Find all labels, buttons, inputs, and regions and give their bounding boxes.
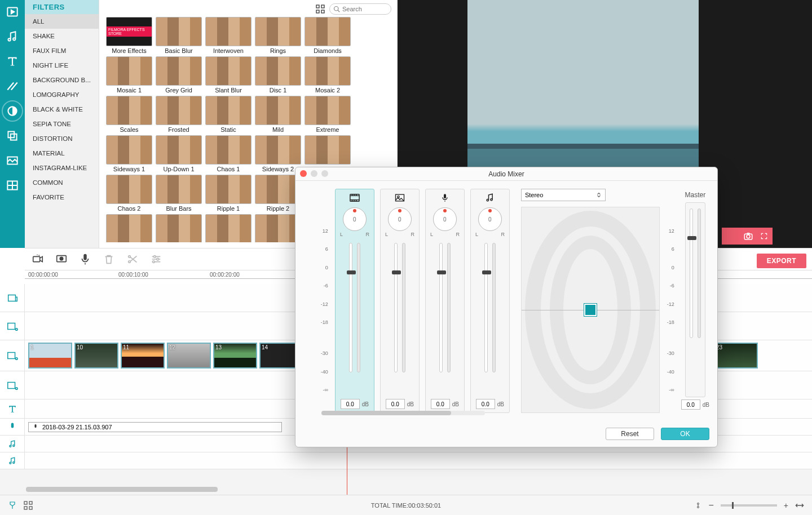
filter-item[interactable]: Diamonds [304,17,351,54]
sidebar-item[interactable]: SHAKE [25,29,99,43]
sidebar-item[interactable]: LOMOGRAPHY [25,87,99,102]
channel-db-input[interactable] [476,399,495,409]
filter-item[interactable]: Ripple 2 [255,175,301,212]
master-slider[interactable] [690,208,693,338]
filter-item[interactable]: Chaos 2 [106,175,152,212]
filter-item[interactable]: Slant Blur [205,56,251,94]
pan-knob[interactable]: 0 [343,207,367,231]
ok-button[interactable]: OK [661,428,709,440]
window-max-icon[interactable] [321,170,328,177]
volume-slider[interactable] [394,243,398,372]
timeline-clip[interactable]: 12 [167,343,211,369]
volume-slider[interactable] [484,243,488,372]
sidebar-item[interactable]: INSTAGRAM-LIKE [25,161,99,175]
pan-knob[interactable]: 0 [478,207,502,231]
filter-item[interactable]: Sideways 2 [255,135,301,172]
window-min-icon[interactable] [311,170,317,177]
sidebar-item[interactable]: COMMON [25,175,99,190]
pan-mode-select[interactable]: Stereo [521,189,606,201]
filter-item[interactable]: September [205,214,251,242]
sidebar-item[interactable]: NIGHT LIFE [25,58,99,73]
filter-item[interactable]: Up-Down 1 [156,135,202,172]
timeline-scrollbar[interactable] [26,487,809,492]
track-text-icon[interactable] [0,399,25,418]
channel-db-input[interactable] [431,399,450,409]
filter-item[interactable]: FILMORA EFFECTS STOREMore Effects [106,17,152,54]
filter-item[interactable]: Extreme [304,96,351,133]
master-db-input[interactable] [681,399,700,410]
filter-item[interactable]: Sideways 1 [106,135,152,172]
track-mic-icon[interactable] [0,419,25,435]
sidebar-item[interactable]: SEPIA TONE [25,117,99,131]
track-overlay-icon[interactable] [0,371,25,399]
filter-item[interactable]: Holiday [106,214,152,242]
filter-item[interactable]: Chaos 1 [205,135,251,172]
split-icon[interactable] [126,253,139,265]
mixer-channel[interactable]: 0LRdB [470,189,510,413]
link-icon[interactable] [695,501,701,509]
track-music2-icon[interactable] [0,452,25,469]
sidebar-item[interactable]: MATERIAL [25,146,99,161]
reset-button[interactable]: Reset [606,428,654,440]
window-close-icon[interactable] [300,170,307,177]
zoom-in-icon[interactable]: + [784,501,788,510]
grid-small-icon[interactable] [24,501,33,510]
filter-item[interactable]: Ripple 1 [205,175,251,212]
track-music-icon[interactable] [0,436,25,452]
overlay-icon[interactable] [5,128,20,143]
sidebar-item[interactable]: BACKGROUND B... [25,73,99,87]
marker-icon[interactable] [8,501,17,510]
sidebar-item[interactable]: BLACK & WHITE [25,102,99,117]
timeline-clip[interactable]: 1 [28,343,72,369]
timeline-clip[interactable]: 13 [213,343,257,369]
grid-view-icon[interactable] [316,5,325,14]
delete-icon[interactable] [103,253,115,265]
filter-item[interactable]: Basic Blur [156,17,202,54]
timeline-clip[interactable]: 23 [714,343,758,369]
filter-item[interactable]: Mosaic 2 [304,56,351,94]
transition-icon[interactable] [5,79,20,94]
filter-item[interactable]: Mosaic 1 [106,56,152,94]
tune-icon[interactable] [150,253,162,265]
timeline-clip[interactable]: 11 [121,343,165,369]
sidebar-item[interactable]: DISTORTION [25,131,99,146]
track-video2-icon[interactable] [0,340,25,371]
search-field[interactable] [342,6,382,12]
track-import-icon[interactable] [0,284,25,312]
filter-item[interactable]: Rings [255,17,301,54]
filter-item[interactable]: Blur Bars [156,175,202,212]
filter-item[interactable]: Metropolis [156,214,202,242]
export-button[interactable]: EXPORT [757,254,806,268]
channel-db-input[interactable] [386,399,405,409]
timeline-clip[interactable]: 10 [74,343,118,369]
mixer-channel[interactable]: 0LRdB [335,189,374,413]
media-icon[interactable] [5,5,20,19]
splitscreen-icon[interactable] [5,178,20,193]
panner-handle[interactable] [584,304,597,316]
track-video-icon[interactable] [0,312,25,340]
filter-item[interactable]: Scales [106,96,152,133]
elements-icon[interactable] [5,153,20,168]
channel-scrollbar[interactable] [321,411,485,415]
zoom-slider[interactable] [721,504,777,507]
sidebar-item[interactable]: FAVORITE [25,190,99,205]
channel-db-input[interactable] [341,399,360,409]
effects-icon[interactable] [5,104,20,118]
mixer-channel[interactable]: 0LRdB [380,189,420,413]
dialog-titlebar[interactable]: Audio Mixer [295,167,717,181]
filter-item[interactable]: Grey Grid [156,56,202,94]
mixer-channel[interactable]: 0LRdB [425,189,465,413]
surround-panner[interactable] [521,207,660,413]
filter-item[interactable]: Frosted [156,96,202,133]
pan-knob[interactable]: 0 [388,207,412,231]
search-input[interactable] [329,3,391,15]
sidebar-item[interactable]: ALL [25,14,99,29]
zoom-out-icon[interactable]: − [708,500,713,510]
text-icon[interactable] [5,54,20,69]
filter-item[interactable]: Static [205,96,251,133]
voiceover-icon[interactable] [79,253,91,265]
voiceover-clip[interactable]: 2018-03-29 21.15.03.907 [28,422,282,432]
volume-slider[interactable] [439,243,443,372]
filter-item[interactable]: Interwoven [205,17,251,54]
pan-knob[interactable]: 0 [433,207,457,231]
